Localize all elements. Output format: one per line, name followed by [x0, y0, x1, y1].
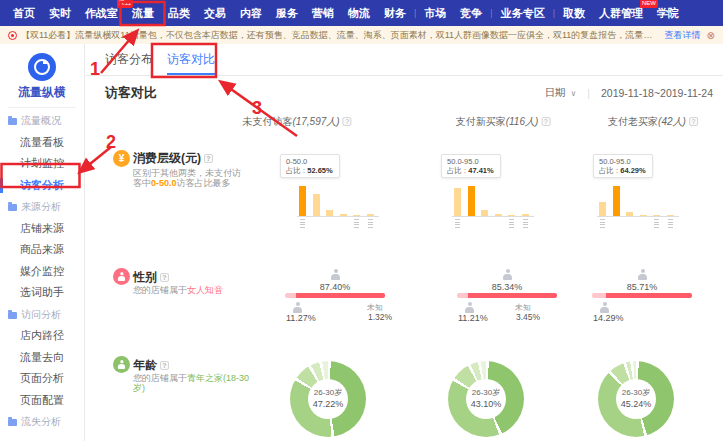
sidebar-item-页面分析[interactable]: 页面分析 — [0, 368, 84, 390]
consume-bar-chart[interactable] — [597, 186, 679, 217]
female-percent: 87.40% — [285, 282, 385, 292]
sidebar-item-店铺来源[interactable]: 店铺来源 — [0, 218, 84, 240]
app-title: 流量纵横 — [0, 84, 84, 101]
axis-tick-label — [654, 219, 659, 228]
sidebar-item-流量看板[interactable]: 流量看板 — [0, 132, 84, 154]
age-donut-chart[interactable]: 26-30岁 45.24% — [598, 361, 674, 437]
nav-item-业务专区[interactable]: 业务专区 — [494, 0, 552, 26]
sidebar-item-媒介监控[interactable]: 媒介监控 — [0, 261, 84, 283]
nav-item-流量[interactable]: 流量 — [125, 0, 161, 26]
nav-item-实时[interactable]: 实时 — [42, 0, 78, 26]
consume-row-desc: 区别于其他两类，未支付访客中0-50.0访客占比最多 — [133, 169, 249, 188]
donut-center-label: 26-30岁 — [290, 387, 366, 398]
consume-bar-chart[interactable] — [452, 186, 534, 217]
top-nav: 首页实时作战室双11流量品类交易内容服务营销物流财务|市场竞争|业务专区|取数人… — [0, 0, 723, 26]
date-filter[interactable]: 日期 ∨ | 2019-11-18~2019-11-24 — [544, 86, 713, 100]
date-label: 日期 — [544, 86, 565, 100]
nav-item-营销[interactable]: 营销 — [305, 0, 341, 26]
yuan-icon: ¥ — [113, 150, 130, 167]
female-percent: 85.34% — [457, 282, 557, 292]
axis-tick-label — [600, 219, 605, 228]
nav-item-人群管理[interactable]: 人群管理NEW — [592, 0, 650, 26]
sidebar-item-访客分析[interactable]: 访客分析 — [0, 175, 84, 197]
bar — [468, 186, 475, 216]
nav-item-物流[interactable]: 物流 — [341, 0, 377, 26]
bar — [522, 214, 529, 216]
bar — [326, 210, 333, 216]
bar-tooltip: 0-50.0 占比 : 52.65% — [280, 154, 340, 178]
gender-chart[interactable]: 87.40% 11.27% 未知 1.32% — [285, 266, 385, 324]
axis-tick-label — [668, 219, 673, 228]
nav-item-竞争[interactable]: 竞争 — [453, 0, 489, 26]
donut-center-value: 45.24% — [598, 399, 674, 409]
nav-item-交易[interactable]: 交易 — [197, 0, 233, 26]
sidebar-item-选词助手[interactable]: 选词助手 — [0, 282, 84, 304]
male-icon — [465, 302, 474, 313]
bar — [340, 214, 347, 216]
sidebar-section-来源分析: 来源分析 — [0, 196, 84, 218]
sidebar-item-流量去向[interactable]: 流量去向 — [0, 347, 84, 369]
nav-item-首页[interactable]: 首页 — [6, 0, 42, 26]
age-donut-chart[interactable]: 26-30岁 43.10% — [448, 361, 524, 437]
notice-close-icon[interactable]: ⊗ — [701, 30, 715, 41]
nav-item-财务[interactable]: 财务 — [377, 0, 413, 26]
nav-item-作战室[interactable]: 作战室双11 — [78, 0, 125, 26]
gender-icon — [113, 268, 130, 285]
sidebar-item-商品来源[interactable]: 商品来源 — [0, 239, 84, 261]
tab-visitor-distribution[interactable]: 访客分布 — [105, 44, 153, 75]
bar — [508, 215, 515, 217]
gender-row-desc: 您的店铺属于女人知音 — [133, 286, 249, 296]
donut-center-label: 26-30岁 — [448, 387, 524, 398]
tab-visitor-compare[interactable]: 访客对比 — [167, 44, 215, 75]
age-donut-chart[interactable]: 26-30岁 47.22% — [290, 361, 366, 437]
help-icon[interactable]: ? — [160, 273, 169, 282]
donut-center-value: 47.22% — [290, 399, 366, 409]
help-icon[interactable]: ? — [204, 154, 213, 163]
bar — [640, 215, 647, 217]
age-icon — [113, 356, 130, 373]
notice-detail-link[interactable]: 查看详情 — [665, 29, 701, 42]
bar — [367, 214, 374, 216]
sidebar: 流量纵横 流量概况流量看板计划监控访客分析来源分析店铺来源商品来源媒介监控选词助… — [0, 44, 85, 441]
axis-tick-label — [300, 219, 305, 228]
male-percent: 11.27% — [286, 313, 316, 323]
bar-tooltip: 50.0-95.0 占比 : 47.41% — [441, 154, 501, 178]
consume-bar-chart[interactable] — [297, 186, 379, 217]
folder-icon — [8, 118, 17, 125]
nav-item-内容[interactable]: 内容 — [233, 0, 269, 26]
sidebar-item-页面配置[interactable]: 页面配置 — [0, 390, 84, 412]
gender-chart[interactable]: 85.34% 11.21% 未知 3.45% — [457, 266, 557, 324]
age-row-desc: 您的店铺属于青年之家(18-30岁) — [133, 374, 249, 393]
sidebar-item-店内路径[interactable]: 店内路径 — [0, 325, 84, 347]
notice-text: 【双11必看】流量纵横双11增量包，不仅包含本店数据，还有预售、竞品数据、流量、… — [21, 29, 659, 42]
bar — [653, 215, 660, 217]
folder-icon — [8, 419, 17, 426]
nav-item-服务[interactable]: 服务 — [269, 0, 305, 26]
gender-row-title: 性别? — [133, 269, 169, 286]
bar — [667, 215, 674, 217]
axis-tick-label — [509, 219, 514, 228]
sidebar-menu: 流量概况流量看板计划监控访客分析来源分析店铺来源商品来源媒介监控选词助手访问分析… — [0, 110, 84, 433]
nav-item-取数[interactable]: 取数 — [556, 0, 592, 26]
female-icon — [638, 269, 647, 280]
nav-item-品类[interactable]: 品类 — [161, 0, 197, 26]
sidebar-item-计划监控[interactable]: 计划监控 — [0, 153, 84, 175]
bar — [313, 194, 320, 216]
nav-item-学院[interactable]: 学院 — [650, 0, 686, 26]
date-divider: | — [587, 87, 590, 99]
help-icon[interactable]: ? — [343, 117, 352, 126]
main-content: 访客分布 访客对比 访客对比 日期 ∨ | 2019-11-18~2019-11… — [86, 44, 723, 441]
axis-tick-label — [354, 219, 359, 228]
help-icon[interactable]: ? — [160, 361, 169, 370]
age-row-title: 年龄? — [133, 357, 169, 374]
nav-item-市场[interactable]: 市场 — [417, 0, 453, 26]
help-icon[interactable]: ? — [541, 117, 550, 126]
sidebar-section-流失分析: 流失分析 — [0, 411, 84, 433]
help-icon[interactable]: ? — [689, 117, 698, 126]
unknown-percent: 3.45% — [516, 312, 540, 322]
bar — [353, 215, 360, 217]
bar — [599, 202, 606, 216]
bar — [495, 214, 502, 216]
gender-chart[interactable]: 85.71% 14.29% — [592, 266, 692, 324]
axis-tick-label — [368, 219, 373, 228]
